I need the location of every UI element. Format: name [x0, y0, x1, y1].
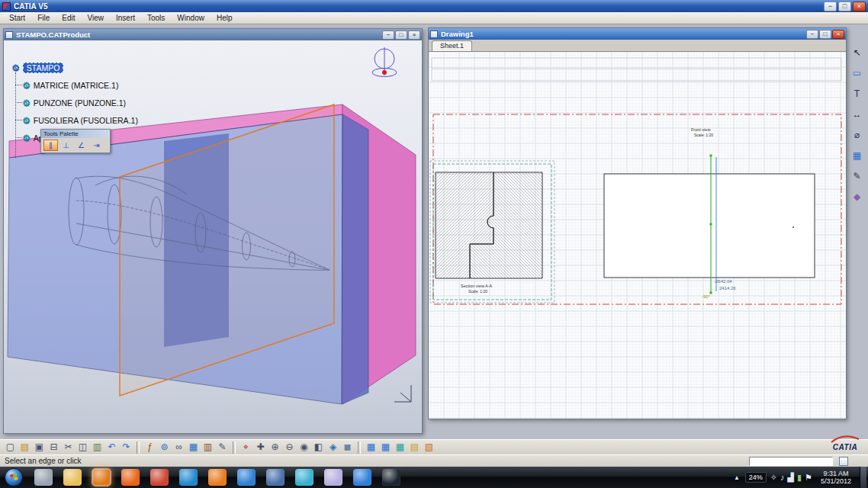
- normal-view-icon[interactable]: ◧: [311, 441, 326, 454]
- app-close-button[interactable]: ×: [853, 2, 866, 11]
- taskbar-app-browser[interactable]: [237, 469, 256, 486]
- start-button[interactable]: [5, 468, 23, 486]
- taskbar-app-media-player[interactable]: [179, 469, 198, 486]
- taskbar-app-internet-explorer[interactable]: [353, 469, 371, 486]
- show-desktop-button[interactable]: [860, 467, 866, 488]
- app-minimize-button[interactable]: −: [824, 2, 837, 11]
- app-menubar: Start File Edit View Insert Tools Window…: [0, 12, 868, 24]
- view-wizard-icon[interactable]: ▭: [850, 66, 864, 80]
- stampo-maximize-button[interactable]: □: [395, 30, 407, 40]
- stampo-window-titlebar[interactable]: STAMPO.CATProduct − □ ×: [4, 29, 422, 40]
- reference-point[interactable]: [792, 226, 794, 228]
- table-tool-icon[interactable]: ▦: [186, 441, 201, 454]
- app-maximize-button[interactable]: □: [838, 2, 851, 11]
- stampo-close-button[interactable]: ×: [408, 30, 420, 40]
- tree-root-stampo[interactable]: ⚙ STAMPO: [11, 59, 138, 76]
- angle-constraint-icon[interactable]: ∠: [74, 140, 88, 151]
- diameter-dimension-icon[interactable]: ⌀: [850, 128, 864, 142]
- tools-palette-title[interactable]: Tools Palette: [41, 130, 110, 138]
- front-view-outline[interactable]: [604, 174, 815, 278]
- dimension-icon[interactable]: ↔: [850, 108, 864, 121]
- tree-item-fusoliera[interactable]: ⚙ FUSOLIERA (FUSOLIERA.1): [22, 111, 138, 129]
- tree-item-punzone[interactable]: ⚙ PUNZONE (PUNZONE.1): [22, 94, 138, 111]
- drawing-close-button[interactable]: ×: [832, 30, 844, 39]
- table-icon[interactable]: ▦: [850, 149, 864, 162]
- redo-icon[interactable]: ↷: [119, 441, 133, 454]
- show-hidden-icons-button[interactable]: ▲: [732, 474, 741, 481]
- app-titlebar[interactable]: CATIA V5 − □ ×: [0, 0, 868, 12]
- cut-icon[interactable]: ✂: [61, 441, 76, 454]
- drawing-sheet[interactable]: Section view A-A Scale: 1:20 Front view …: [429, 52, 846, 419]
- network-icon[interactable]: ▟: [788, 473, 794, 482]
- text-annotation-icon[interactable]: T: [850, 87, 864, 101]
- formula-icon[interactable]: ƒ: [143, 441, 157, 454]
- power-icon[interactable]: ▮: [797, 473, 802, 482]
- battery-meter[interactable]: 24%: [745, 472, 767, 483]
- shading-icon[interactable]: ◼: [340, 441, 355, 454]
- taskbar-app-explorer[interactable]: [63, 469, 82, 486]
- fit-all-icon[interactable]: ⌖: [239, 441, 253, 454]
- taskbar-app-vlc[interactable]: [208, 469, 227, 486]
- drawing-minimize-button[interactable]: −: [806, 30, 818, 39]
- annotation-pencil-icon[interactable]: ✎: [850, 169, 864, 183]
- menu-start[interactable]: Start: [3, 14, 31, 22]
- taskbar-app-document-viewer[interactable]: [92, 469, 111, 486]
- calc-orange-icon[interactable]: ▧: [422, 441, 436, 454]
- menu-insert[interactable]: Insert: [110, 14, 141, 22]
- menu-tools[interactable]: Tools: [141, 14, 171, 22]
- link-icon[interactable]: ∞: [172, 441, 186, 454]
- web-icon[interactable]: ⊚: [157, 441, 172, 454]
- 3d-viewport[interactable]: ⚙ STAMPO ⚙ MATRICE (MATRICE.1) ⚙: [4, 40, 422, 433]
- grid-teal-icon[interactable]: ▦: [393, 441, 407, 454]
- copy-icon[interactable]: ◫: [76, 441, 90, 454]
- save-icon[interactable]: ▣: [32, 441, 47, 454]
- open-folder-icon[interactable]: ▤: [18, 441, 32, 454]
- taskbar-app-utility[interactable]: [34, 469, 53, 486]
- menu-edit[interactable]: Edit: [56, 14, 81, 22]
- perpendicularity-constraint-icon[interactable]: ⊥: [59, 140, 73, 151]
- catalog-icon[interactable]: ▥: [201, 441, 215, 454]
- iso-view-icon[interactable]: ◈: [326, 441, 340, 454]
- select-cursor-icon[interactable]: ↖: [850, 46, 864, 59]
- taskbar-clock[interactable]: 9:31 AM 5/31/2012: [816, 470, 856, 485]
- volume-icon[interactable]: ♪: [780, 473, 785, 482]
- stampo-minimize-button[interactable]: −: [382, 30, 394, 40]
- coincidence-constraint-icon[interactable]: ⇥: [89, 140, 104, 151]
- drawing-document-icon: [430, 30, 438, 38]
- menu-file[interactable]: File: [31, 14, 56, 22]
- new-document-icon[interactable]: ▢: [3, 441, 18, 454]
- tree-root-label[interactable]: STAMPO: [23, 63, 64, 73]
- zoom-in-icon[interactable]: ⊕: [268, 441, 282, 454]
- taskbar-app-monitor[interactable]: [295, 469, 313, 486]
- status-doc-icon[interactable]: [839, 457, 848, 466]
- taskbar-app-chrome[interactable]: [150, 469, 169, 486]
- undo-icon[interactable]: ↶: [104, 441, 119, 454]
- grid-blue-1-icon[interactable]: ▦: [364, 441, 378, 454]
- pan-icon[interactable]: ✚: [253, 441, 268, 454]
- taskbar-app-photo-viewer[interactable]: [382, 469, 400, 486]
- safely-remove-hardware-icon[interactable]: ✧: [770, 473, 777, 482]
- drawing-restore-button[interactable]: □: [819, 30, 831, 39]
- zoom-out-icon[interactable]: ⊖: [282, 441, 297, 454]
- taskbar-app-firefox[interactable]: [121, 469, 140, 486]
- parallelism-constraint-icon[interactable]: ∥: [43, 140, 58, 151]
- windows-logo-icon: [8, 472, 19, 483]
- sheet1-tab[interactable]: Sheet.1: [432, 40, 472, 51]
- action-center-flag-icon[interactable]: ⚑: [805, 473, 812, 482]
- menu-view[interactable]: View: [81, 14, 110, 22]
- drawing-window-titlebar[interactable]: Drawing1 − □ ×: [429, 28, 846, 40]
- sketch-tool-icon[interactable]: ✎: [215, 441, 230, 454]
- tree-item-matrice[interactable]: ⚙ MATRICE (MATRICE.1): [22, 76, 138, 94]
- command-input-field[interactable]: [749, 457, 833, 466]
- punch-side-face[interactable]: [342, 114, 368, 404]
- taskbar-app-paint[interactable]: [324, 469, 342, 486]
- grid-blue-2-icon[interactable]: ▦: [378, 441, 393, 454]
- sheet-yellow-icon[interactable]: ▤: [407, 441, 422, 454]
- menu-help[interactable]: Help: [211, 14, 239, 22]
- insert-symbol-icon[interactable]: ◆: [850, 190, 864, 204]
- taskbar-app-steel[interactable]: [266, 469, 285, 486]
- menu-window[interactable]: Window: [171, 14, 211, 22]
- print-icon[interactable]: ⊟: [47, 441, 61, 454]
- paste-icon[interactable]: ▥: [90, 441, 104, 454]
- look-at-icon[interactable]: ◉: [297, 441, 311, 454]
